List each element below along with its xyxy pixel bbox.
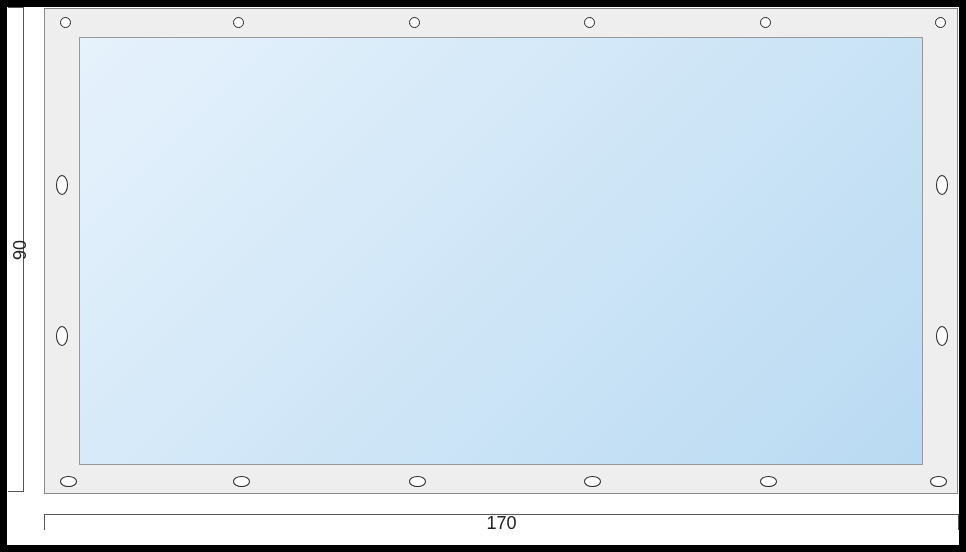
grommet — [584, 476, 601, 487]
grommet — [936, 175, 948, 195]
dimension-y-bracket: 90 — [8, 7, 24, 492]
dimension-x-bracket: 170 — [44, 514, 959, 530]
grommet — [584, 17, 595, 28]
grommet — [409, 17, 420, 28]
banner-print-area — [79, 37, 923, 465]
grommet — [935, 17, 946, 28]
grommet — [56, 175, 68, 195]
grommet — [60, 476, 77, 487]
grommet — [760, 17, 771, 28]
grommet — [409, 476, 426, 487]
dimension-x-label: 170 — [486, 513, 516, 534]
dimension-y-label: 90 — [10, 239, 31, 259]
grommet — [233, 476, 250, 487]
banner-panel — [44, 8, 958, 494]
grommet — [233, 17, 244, 28]
grommet — [930, 476, 947, 487]
grommet — [936, 326, 948, 346]
grommet — [56, 326, 68, 346]
grommet — [60, 17, 71, 28]
grommet — [760, 476, 777, 487]
